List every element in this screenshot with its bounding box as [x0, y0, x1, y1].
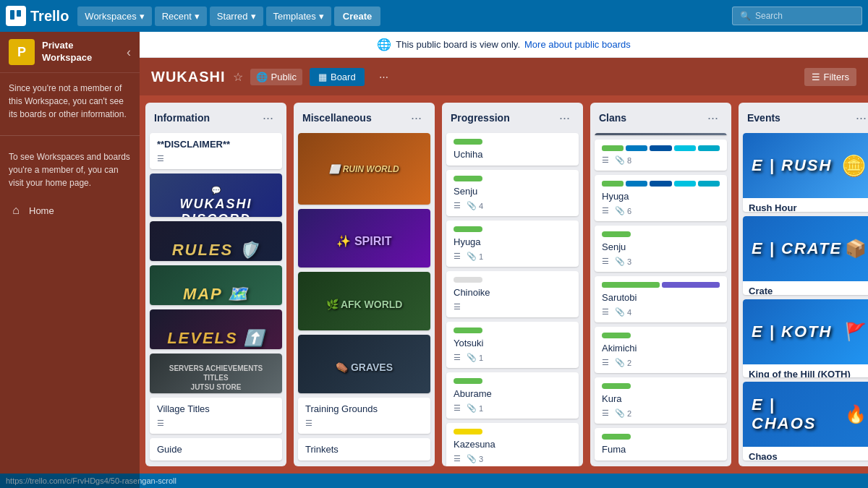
attachment-icon: 📎	[615, 358, 625, 367]
column-menu-button[interactable]: ···	[258, 110, 278, 126]
description-icon: ☰	[454, 403, 461, 413]
attachment-icon: 📎	[615, 155, 625, 165]
card-fuma-clan[interactable]: Fuma	[595, 428, 727, 461]
globe-icon: 🌐	[256, 72, 268, 82]
column-information: Information ··· **DISCLAIMER** ☰ 💬 WUKAS…	[145, 103, 286, 466]
card-menu[interactable]: SERVERS ACHIEVEMENTS TITLES JUTSU STORE …	[150, 354, 282, 393]
description-icon: ☰	[157, 419, 164, 428]
card-aburame[interactable]: Aburame ☰ 📎 1	[446, 372, 579, 419]
workspaces-button[interactable]: Workspaces ▾	[77, 7, 151, 26]
top-navigation: Trello Workspaces ▾ Recent ▾ Starred ▾ T…	[0, 0, 868, 32]
card-kura-clan[interactable]: Kura ☰ 📎 2	[595, 377, 727, 424]
column-header-progression: Progression ···	[442, 103, 583, 130]
column-header-miscellaneous: Miscellaneous ···	[294, 103, 435, 130]
card-crate[interactable]: E | CRATE 📦 Crate ☰ 📎 2	[743, 216, 868, 295]
svg-rect-0	[10, 10, 14, 20]
card-description-icon: ☰	[157, 154, 164, 163]
card-map[interactable]: MAP 🗺️ Map	[150, 265, 282, 305]
column-cards-progression: Uchiha Senju ☰ 📎 4 Hyuga ☰ 📎 1	[442, 130, 583, 466]
card-prestige[interactable]: ⬜ RUIN WORLD Prestige (Ruin of the Lost …	[298, 133, 430, 205]
column-menu-button[interactable]: ···	[703, 110, 723, 126]
board-header: WUKASHI ☆ 🌐 Public ▦ Board ⋯ ☰ Filters	[140, 58, 868, 95]
public-notice-bar: 🌐 This public board is view only. More a…	[140, 32, 868, 58]
sidebar-item-home[interactable]: ⌂ Home	[0, 198, 140, 223]
attachment-icon: 📎	[615, 408, 625, 418]
card-village-titles[interactable]: Village Titles ☰	[150, 398, 282, 434]
card-uchiha[interactable]: Uchiha	[446, 133, 579, 166]
workspace-name: Private Workspace	[42, 40, 119, 64]
description-icon: ☰	[602, 155, 609, 165]
attachment-icon: 📎	[467, 252, 477, 261]
create-button[interactable]: Create	[334, 7, 380, 26]
card-senju[interactable]: Senju ☰ 📎 4	[446, 170, 579, 216]
attachment-icon: 📎	[615, 257, 625, 266]
description-icon: ☰	[602, 358, 609, 367]
card-uchiha-clan[interactable]: ☰ 📎 8	[595, 140, 727, 171]
card-chinoike[interactable]: Chinoike ☰	[446, 271, 579, 317]
column-clans: Clans ··· 🍃 Konohagakure Konohagakure (L…	[590, 103, 731, 466]
description-icon: ☰	[454, 353, 461, 362]
starred-button[interactable]: Starred ▾	[210, 7, 263, 26]
column-cards-events: E | RUSH 🪙 Rush Hour ☰ 📎 1 E | CRATE 📦 C…	[739, 130, 868, 466]
sidebar-info-text2: To see Workspaces and boards you're a me…	[0, 142, 140, 198]
card-hyuga-clan[interactable]: Hyuga ☰ 📎 6	[595, 175, 727, 221]
templates-button[interactable]: Templates ▾	[266, 7, 331, 26]
trello-logo[interactable]: Trello	[6, 6, 69, 26]
board-content: Information ··· **DISCLAIMER** ☰ 💬 WUKAS…	[140, 95, 868, 474]
card-yotsuki[interactable]: Yotsuki ☰ 📎 1	[446, 322, 579, 368]
card-koth[interactable]: E | KOTH 🚩 King of the Hill (KOTH) ☰ 📎 2	[743, 299, 868, 378]
card-disclaimer[interactable]: **DISCLAIMER** ☰	[150, 133, 282, 169]
card-graves[interactable]: ⚰️ GRAVES Graves	[298, 335, 430, 393]
column-menu-button[interactable]: ···	[407, 110, 426, 126]
description-icon: ☰	[454, 201, 461, 210]
card-hyuga[interactable]: Hyuga ☰ 📎 1	[446, 221, 579, 267]
search-bar[interactable]: 🔍 Search	[732, 7, 862, 25]
card-rush[interactable]: E | RUSH 🪙 Rush Hour ☰ 📎 1	[743, 133, 868, 212]
card-training-grounds[interactable]: Training Grounds ☰	[298, 398, 430, 434]
attachment-icon: 📎	[467, 454, 477, 463]
column-menu-button[interactable]: ···	[851, 110, 868, 126]
column-title: Progression	[451, 112, 510, 124]
card-trinkets[interactable]: Trinkets	[298, 438, 430, 461]
card-rules[interactable]: RULES 🛡️ Rules	[150, 221, 282, 261]
column-menu-button[interactable]: ···	[555, 110, 574, 126]
board-visibility-button[interactable]: 🌐 Public	[250, 69, 302, 85]
column-title: Miscellaneous	[302, 112, 372, 124]
card-description-icon: ☰	[157, 419, 164, 428]
card-discord[interactable]: 💬 WUKASHI DISCORD WUKASHI DISCORD	[150, 174, 282, 217]
description-icon: ☰	[602, 408, 609, 418]
card-chaos[interactable]: E | CHAOS 🔥 Chaos ☰ 📎 1	[743, 382, 868, 461]
attachment-icon: 📎	[467, 353, 477, 362]
customize-button[interactable]: ⋯	[372, 68, 396, 86]
board-title: WUKASHI	[151, 69, 226, 85]
column-header-information: Information ···	[145, 103, 286, 130]
recent-button[interactable]: Recent ▾	[155, 7, 207, 26]
card-guide[interactable]: Guide	[150, 438, 282, 461]
attachment-icon: 📎	[615, 307, 625, 317]
card-senju-clan[interactable]: Senju ☰ 📎 3	[595, 226, 727, 272]
attachment-icon: 📎	[615, 206, 625, 215]
card-kazesuna[interactable]: Kazesuna ☰ 📎 3	[446, 423, 579, 466]
chevron-down-icon: ▾	[251, 11, 256, 22]
column-title: Clans	[599, 112, 626, 124]
column-cards-information: **DISCLAIMER** ☰ 💬 WUKASHI DISCORD WUKAS…	[145, 130, 286, 466]
card-spirit-realm[interactable]: ✨ SPIRIT Spirit Realm	[298, 209, 430, 267]
workspace-header: P Private Workspace ‹	[0, 32, 140, 73]
card-akimichi-clan[interactable]: Akimichi ☰ 📎 2	[595, 327, 727, 373]
chevron-down-icon: ▾	[195, 11, 200, 22]
board-tab-button[interactable]: ▦ Board	[310, 68, 365, 86]
star-button[interactable]: ☆	[233, 70, 243, 84]
column-title: Events	[747, 112, 780, 124]
column-header-events: Events ···	[739, 103, 868, 130]
public-boards-link[interactable]: More about public boards	[524, 39, 631, 50]
card-afk-world[interactable]: 🌿 AFK WORLD AFK World	[298, 272, 430, 330]
card-konohagakure[interactable]: 🍃 Konohagakure Konohagakure (Leaf)	[595, 133, 727, 135]
svg-rect-1	[17, 10, 21, 17]
card-levels[interactable]: LEVELS ⬆️ Levels	[150, 309, 282, 349]
card-sarutobi-clan[interactable]: Sarutobi ☰ 📎 4	[595, 276, 727, 322]
description-icon: ☰	[454, 252, 461, 261]
board-icon: ▦	[318, 72, 327, 82]
chevron-down-icon: ▾	[140, 11, 145, 22]
filters-button[interactable]: ☰ Filters	[804, 68, 856, 86]
close-sidebar-button[interactable]: ‹	[127, 45, 131, 60]
